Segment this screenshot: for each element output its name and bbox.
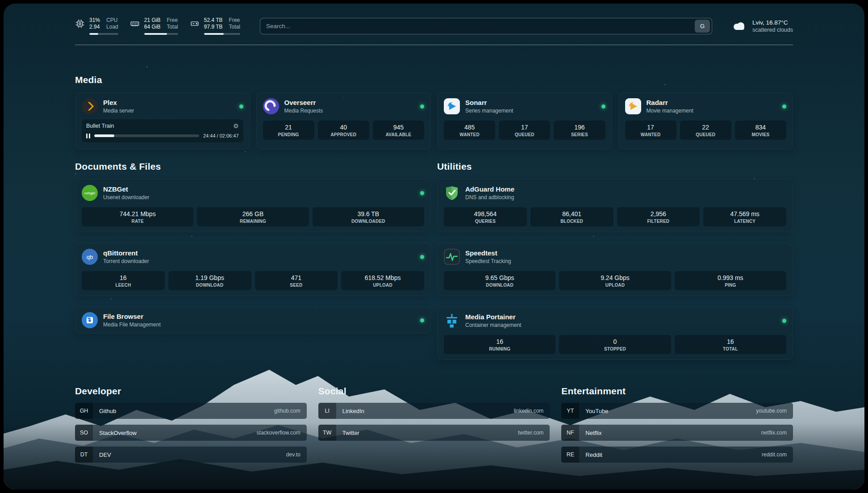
stat: 39.6 TB DOWNLOADED bbox=[313, 207, 424, 226]
stat-label: PING bbox=[676, 283, 785, 288]
now-playing-title: Bullet Train bbox=[86, 123, 114, 129]
stat-value: 9.24 Gbps bbox=[561, 274, 669, 281]
disk-label-top: Free bbox=[229, 17, 240, 24]
card-sonarr[interactable]: Sonarr Series management 485 WANTED 17 Q… bbox=[437, 92, 612, 150]
memory-free: 21 GiB bbox=[144, 17, 161, 24]
bookmark-linkedin[interactable]: LI LinkedIn linkedin.com bbox=[318, 403, 550, 419]
bookmarks-social: Social LI LinkedIn linkedin.com TW Twitt… bbox=[318, 386, 550, 463]
pause-icon[interactable] bbox=[86, 134, 90, 138]
bookmark-abbr: SO bbox=[75, 425, 93, 441]
card-title: AdGuard Home bbox=[465, 185, 514, 193]
card-title: Radarr bbox=[647, 99, 693, 107]
bookmark-dev[interactable]: DT DEV dev.to bbox=[75, 447, 307, 463]
status-dot bbox=[420, 318, 424, 322]
stat-value: 945 bbox=[375, 124, 422, 131]
stat: 16 TOTAL bbox=[675, 335, 786, 354]
stat-label: QUERIES bbox=[446, 219, 525, 224]
cpu-label-top: CPU bbox=[106, 17, 118, 24]
bookmark-name: Github bbox=[93, 403, 116, 419]
stat-value: 266 GB bbox=[199, 210, 307, 217]
snow-particles bbox=[4, 4, 5, 5]
bookmark-stackoverflow[interactable]: SO StackOverflow stackoverflow.com bbox=[75, 425, 307, 441]
status-dot bbox=[420, 104, 424, 109]
stat-value: 834 bbox=[737, 124, 785, 131]
bookmark-netflix[interactable]: NF Netflix netflix.com bbox=[561, 425, 793, 441]
top-bar: 31% 2.94 CPU Load bbox=[75, 4, 793, 35]
bookmark-domain: stackoverflow.com bbox=[257, 425, 307, 441]
stat-label: LATENCY bbox=[705, 219, 785, 224]
stat-label: DOWNLOAD bbox=[446, 283, 554, 288]
memory-label-top: Free bbox=[167, 17, 178, 24]
card-nzbget[interactable]: nzbget NZBGet Usenet downloader 744.21 M… bbox=[75, 179, 431, 232]
card-subtitle: Movie management bbox=[647, 108, 693, 114]
overseerr-icon bbox=[263, 98, 279, 114]
cpu-label-bottom: Load bbox=[106, 24, 118, 30]
bookmark-name: Reddit bbox=[579, 447, 602, 463]
card-speedtest[interactable]: Speedtest Speedtest Tracking 9.65 Gbps D… bbox=[437, 243, 793, 296]
header-divider bbox=[75, 45, 793, 45]
stat: 266 GB REMAINING bbox=[197, 207, 309, 226]
sonarr-icon bbox=[444, 98, 460, 114]
cloud-icon bbox=[731, 20, 747, 32]
card-filebrowser[interactable]: File Browser Media File Management bbox=[75, 307, 431, 334]
bookmark-twitter[interactable]: TW Twitter twitter.com bbox=[318, 425, 550, 441]
stat-value: 196 bbox=[555, 124, 603, 131]
card-subtitle: Series management bbox=[465, 108, 513, 114]
stat-value: 471 bbox=[257, 274, 336, 281]
radarr-icon bbox=[625, 98, 641, 114]
stat-label: QUEUED bbox=[682, 132, 730, 137]
memory-label-bottom: Total bbox=[167, 24, 178, 30]
card-radarr[interactable]: Radarr Movie management 17 WANTED 22 QUE… bbox=[618, 92, 793, 150]
stat-label: PENDING bbox=[265, 132, 313, 137]
stat-value: 22 bbox=[682, 124, 730, 131]
search-input[interactable] bbox=[266, 23, 695, 29]
card-adguard[interactable]: AdGuard Home DNS and adblocking 498,564 … bbox=[437, 179, 793, 232]
card-qbittorrent[interactable]: qb qBittorrent Torrent downloader 16 bbox=[75, 243, 431, 296]
weather-condition: scattered clouds bbox=[752, 26, 793, 33]
stat: 618.52 Mbps UPLOAD bbox=[341, 271, 424, 290]
bookmark-youtube[interactable]: YT YouTube youtube.com bbox=[561, 403, 793, 419]
stat-value: 16 bbox=[83, 274, 163, 281]
stat: 86,401 BLOCKED bbox=[530, 207, 613, 226]
plex-now-playing: Bullet Train ⚙ 24:44 / 02:06:47 bbox=[82, 119, 243, 142]
stat-label: UPLOAD bbox=[561, 283, 669, 288]
stat-label: RUNNING bbox=[446, 347, 554, 351]
bookmark-abbr: DT bbox=[75, 447, 93, 463]
card-plex[interactable]: Plex Media server Bullet Train ⚙ bbox=[75, 92, 250, 150]
stat-label: DOWNLOADED bbox=[314, 219, 422, 224]
disk-label-bottom: Total bbox=[229, 24, 240, 30]
playback-progress-bar[interactable] bbox=[94, 134, 199, 137]
memory-progress-bar bbox=[144, 33, 178, 35]
card-title: Media Portainer bbox=[465, 313, 521, 321]
stat-label: RATE bbox=[83, 219, 192, 224]
svg-text:nzbget: nzbget bbox=[84, 191, 96, 195]
stat: 0.993 ms PING bbox=[675, 271, 786, 290]
bookmark-domain: reddit.com bbox=[762, 447, 793, 463]
bookmark-github[interactable]: GH Github github.com bbox=[75, 403, 307, 419]
status-dot bbox=[239, 104, 243, 109]
stat-label: WANTED bbox=[627, 132, 675, 137]
section-title-social: Social bbox=[318, 386, 550, 397]
stat-label: LEECH bbox=[83, 283, 163, 288]
weather-widget[interactable]: Lviv, 16.87°C scattered clouds bbox=[731, 19, 793, 33]
card-portainer[interactable]: Media Portainer Container management 16 … bbox=[437, 307, 793, 360]
memory-total: 64 GiB bbox=[144, 24, 161, 30]
bookmark-name: StackOverflow bbox=[93, 425, 137, 441]
memory-icon bbox=[130, 19, 140, 29]
card-title: NZBGet bbox=[103, 185, 149, 193]
stat: 0 STOPPED bbox=[559, 335, 671, 354]
stat: 196 SERIES bbox=[554, 121, 605, 140]
bookmark-reddit[interactable]: RE Reddit reddit.com bbox=[561, 447, 793, 463]
stat-value: 2,956 bbox=[619, 210, 698, 217]
cpu-icon bbox=[75, 19, 85, 29]
svg-text:qb: qb bbox=[87, 254, 93, 260]
stat-value: 40 bbox=[320, 124, 367, 131]
cpu-monitor: 31% 2.94 CPU Load bbox=[75, 17, 118, 35]
search-provider-button[interactable]: G bbox=[695, 20, 710, 33]
dashboard-screen: 31% 2.94 CPU Load bbox=[4, 4, 864, 489]
card-subtitle: Media File Management bbox=[103, 322, 161, 328]
gear-icon[interactable]: ⚙ bbox=[233, 123, 239, 129]
bookmark-abbr: TW bbox=[318, 425, 336, 441]
bookmark-abbr: LI bbox=[318, 403, 336, 419]
card-overseerr[interactable]: Overseerr Media Requests 21 PENDING 40 A… bbox=[256, 92, 431, 150]
